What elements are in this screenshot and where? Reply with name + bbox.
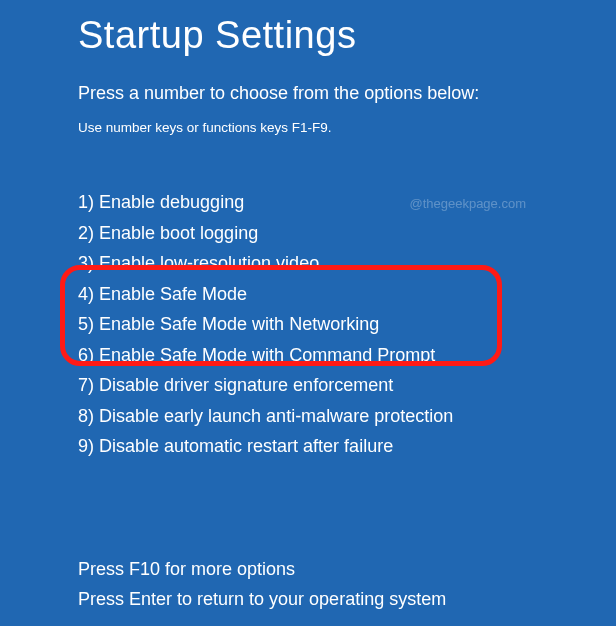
return-hint: Press Enter to return to your operating … bbox=[78, 584, 446, 614]
option-6[interactable]: 6) Enable Safe Mode with Command Prompt bbox=[78, 340, 616, 371]
option-label: Enable Safe Mode bbox=[99, 284, 247, 304]
option-number: 1 bbox=[78, 192, 88, 212]
page-title: Startup Settings bbox=[78, 14, 616, 57]
option-2[interactable]: 2) Enable boot logging bbox=[78, 218, 616, 249]
option-8[interactable]: 8) Disable early launch anti-malware pro… bbox=[78, 401, 616, 432]
option-4[interactable]: 4) Enable Safe Mode bbox=[78, 279, 616, 310]
watermark-text: @thegeekpage.com bbox=[409, 196, 526, 211]
option-number: 6 bbox=[78, 345, 88, 365]
option-label: Disable automatic restart after failure bbox=[99, 436, 393, 456]
option-7[interactable]: 7) Disable driver signature enforcement bbox=[78, 370, 616, 401]
option-number: 5 bbox=[78, 314, 88, 334]
option-label: Disable early launch anti-malware protec… bbox=[99, 406, 453, 426]
option-number: 2 bbox=[78, 223, 88, 243]
option-label: Enable low-resolution video bbox=[99, 253, 319, 273]
option-number: 8 bbox=[78, 406, 88, 426]
options-list: 1) Enable debugging 2) Enable boot loggi… bbox=[78, 187, 616, 462]
footer-instructions: Press F10 for more options Press Enter t… bbox=[78, 554, 446, 614]
option-9[interactable]: 9) Disable automatic restart after failu… bbox=[78, 431, 616, 462]
more-options-hint: Press F10 for more options bbox=[78, 554, 446, 584]
key-hint: Use number keys or functions keys F1-F9. bbox=[78, 120, 616, 135]
instruction-line: Press a number to choose from the option… bbox=[78, 83, 616, 104]
option-number: 7 bbox=[78, 375, 88, 395]
option-3[interactable]: 3) Enable low-resolution video bbox=[78, 248, 616, 279]
option-5[interactable]: 5) Enable Safe Mode with Networking bbox=[78, 309, 616, 340]
option-1[interactable]: 1) Enable debugging bbox=[78, 187, 616, 218]
option-label: Enable Safe Mode with Command Prompt bbox=[99, 345, 435, 365]
option-number: 3 bbox=[78, 253, 88, 273]
option-label: Enable boot logging bbox=[99, 223, 258, 243]
option-label: Disable driver signature enforcement bbox=[99, 375, 393, 395]
option-label: Enable debugging bbox=[99, 192, 244, 212]
option-number: 4 bbox=[78, 284, 88, 304]
option-number: 9 bbox=[78, 436, 88, 456]
option-label: Enable Safe Mode with Networking bbox=[99, 314, 379, 334]
